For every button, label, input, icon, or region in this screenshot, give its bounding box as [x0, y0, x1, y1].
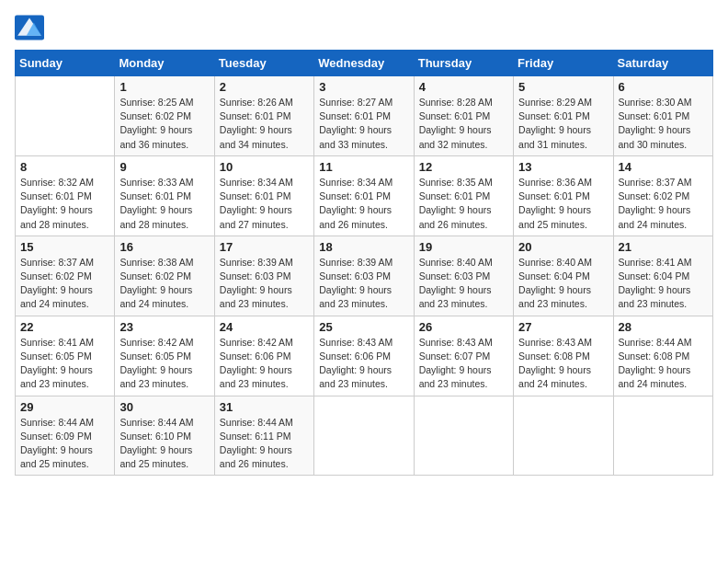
day-info: Sunrise: 8:40 AMSunset: 6:03 PMDaylight:…	[419, 256, 508, 312]
day-cell-18: 18Sunrise: 8:39 AMSunset: 6:03 PMDayligh…	[314, 236, 414, 316]
day-number: 3	[319, 80, 408, 94]
logo	[15, 15, 48, 40]
day-cell-11: 11Sunrise: 8:34 AMSunset: 6:01 PMDayligh…	[314, 155, 414, 236]
day-cell-19: 19Sunrise: 8:40 AMSunset: 6:03 PMDayligh…	[414, 236, 513, 316]
day-info: Sunrise: 8:37 AMSunset: 6:02 PMDaylight:…	[20, 256, 109, 312]
day-cell-31: 31Sunrise: 8:44 AMSunset: 6:11 PMDayligh…	[214, 396, 313, 476]
day-info: Sunrise: 8:42 AMSunset: 6:06 PMDaylight:…	[220, 336, 309, 392]
day-info: Sunrise: 8:26 AMSunset: 6:01 PMDaylight:…	[220, 96, 309, 152]
day-number: 27	[518, 320, 608, 334]
calendar-week-1: 8Sunrise: 8:32 AMSunset: 6:01 PMDaylight…	[16, 155, 713, 236]
day-info: Sunrise: 8:44 AMSunset: 6:08 PMDaylight:…	[619, 336, 708, 392]
day-number: 12	[419, 160, 508, 174]
day-info: Sunrise: 8:43 AMSunset: 6:07 PMDaylight:…	[419, 336, 508, 392]
day-number: 16	[119, 240, 209, 254]
day-info: Sunrise: 8:39 AMSunset: 6:03 PMDaylight:…	[220, 256, 309, 312]
header-cell-sunday: Sunday	[16, 51, 115, 76]
day-cell-21: 21Sunrise: 8:41 AMSunset: 6:04 PMDayligh…	[613, 236, 712, 316]
day-info: Sunrise: 8:28 AMSunset: 6:01 PMDaylight:…	[419, 96, 508, 152]
day-info: Sunrise: 8:30 AMSunset: 6:01 PMDaylight:…	[619, 96, 708, 152]
day-number: 1	[119, 80, 209, 94]
header-cell-saturday: Saturday	[613, 51, 712, 76]
day-number: 24	[220, 320, 309, 334]
day-info: Sunrise: 8:27 AMSunset: 6:01 PMDaylight:…	[319, 96, 408, 152]
day-info: Sunrise: 8:33 AMSunset: 6:01 PMDaylight:…	[119, 176, 209, 232]
day-info: Sunrise: 8:36 AMSunset: 6:01 PMDaylight:…	[518, 176, 608, 232]
calendar-week-0: 1Sunrise: 8:25 AMSunset: 6:02 PMDaylight…	[16, 76, 713, 156]
day-number: 14	[619, 160, 708, 174]
logo-icon	[15, 15, 44, 40]
day-info: Sunrise: 8:39 AMSunset: 6:03 PMDaylight:…	[319, 256, 408, 312]
day-cell-8: 8Sunrise: 8:32 AMSunset: 6:01 PMDaylight…	[16, 155, 115, 236]
day-cell-25: 25Sunrise: 8:43 AMSunset: 6:06 PMDayligh…	[314, 316, 414, 396]
day-cell-15: 15Sunrise: 8:37 AMSunset: 6:02 PMDayligh…	[16, 236, 115, 316]
day-info: Sunrise: 8:25 AMSunset: 6:02 PMDaylight:…	[119, 96, 209, 152]
day-info: Sunrise: 8:41 AMSunset: 6:05 PMDaylight:…	[20, 336, 109, 392]
day-cell-22: 22Sunrise: 8:41 AMSunset: 6:05 PMDayligh…	[16, 316, 115, 396]
day-info: Sunrise: 8:29 AMSunset: 6:01 PMDaylight:…	[518, 96, 608, 152]
day-number: 9	[119, 160, 209, 174]
day-number: 10	[220, 160, 309, 174]
day-info: Sunrise: 8:44 AMSunset: 6:10 PMDaylight:…	[119, 416, 209, 472]
day-info: Sunrise: 8:44 AMSunset: 6:09 PMDaylight:…	[20, 416, 109, 472]
calendar-header	[15, 15, 713, 40]
day-cell-3: 3Sunrise: 8:27 AMSunset: 6:01 PMDaylight…	[314, 76, 414, 156]
day-cell-16: 16Sunrise: 8:38 AMSunset: 6:02 PMDayligh…	[115, 236, 214, 316]
day-number: 29	[20, 400, 109, 414]
day-cell-10: 10Sunrise: 8:34 AMSunset: 6:01 PMDayligh…	[214, 155, 313, 236]
day-cell-6: 6Sunrise: 8:30 AMSunset: 6:01 PMDaylight…	[613, 76, 712, 156]
day-number: 6	[619, 80, 708, 94]
day-number: 31	[220, 400, 309, 414]
day-number: 5	[518, 80, 608, 94]
day-info: Sunrise: 8:34 AMSunset: 6:01 PMDaylight:…	[220, 176, 309, 232]
empty-cell	[613, 396, 712, 476]
day-number: 19	[419, 240, 508, 254]
day-number: 15	[20, 240, 109, 254]
day-cell-24: 24Sunrise: 8:42 AMSunset: 6:06 PMDayligh…	[214, 316, 313, 396]
header-cell-thursday: Thursday	[414, 51, 513, 76]
header-cell-friday: Friday	[514, 51, 613, 76]
day-number: 20	[518, 240, 608, 254]
day-cell-29: 29Sunrise: 8:44 AMSunset: 6:09 PMDayligh…	[16, 396, 115, 476]
day-info: Sunrise: 8:42 AMSunset: 6:05 PMDaylight:…	[119, 336, 209, 392]
header-cell-wednesday: Wednesday	[314, 51, 414, 76]
day-cell-1: 1Sunrise: 8:25 AMSunset: 6:02 PMDaylight…	[115, 76, 214, 156]
empty-cell	[414, 396, 513, 476]
day-info: Sunrise: 8:43 AMSunset: 6:08 PMDaylight:…	[518, 336, 608, 392]
day-info: Sunrise: 8:44 AMSunset: 6:11 PMDaylight:…	[220, 416, 309, 472]
day-cell-2: 2Sunrise: 8:26 AMSunset: 6:01 PMDaylight…	[214, 76, 313, 156]
day-cell-20: 20Sunrise: 8:40 AMSunset: 6:04 PMDayligh…	[514, 236, 613, 316]
calendar-week-3: 22Sunrise: 8:41 AMSunset: 6:05 PMDayligh…	[16, 316, 713, 396]
day-cell-5: 5Sunrise: 8:29 AMSunset: 6:01 PMDaylight…	[514, 76, 613, 156]
header-row: SundayMondayTuesdayWednesdayThursdayFrid…	[16, 51, 713, 76]
day-number: 4	[419, 80, 508, 94]
day-cell-4: 4Sunrise: 8:28 AMSunset: 6:01 PMDaylight…	[414, 76, 513, 156]
day-number: 17	[220, 240, 309, 254]
day-number: 25	[319, 320, 408, 334]
calendar-table: SundayMondayTuesdayWednesdayThursdayFrid…	[15, 50, 713, 476]
day-cell-26: 26Sunrise: 8:43 AMSunset: 6:07 PMDayligh…	[414, 316, 513, 396]
day-number: 23	[119, 320, 209, 334]
day-cell-14: 14Sunrise: 8:37 AMSunset: 6:02 PMDayligh…	[613, 155, 712, 236]
day-cell-23: 23Sunrise: 8:42 AMSunset: 6:05 PMDayligh…	[115, 316, 214, 396]
day-number: 2	[220, 80, 309, 94]
day-cell-30: 30Sunrise: 8:44 AMSunset: 6:10 PMDayligh…	[115, 396, 214, 476]
day-cell-28: 28Sunrise: 8:44 AMSunset: 6:08 PMDayligh…	[613, 316, 712, 396]
day-number: 13	[518, 160, 608, 174]
calendar-week-2: 15Sunrise: 8:37 AMSunset: 6:02 PMDayligh…	[16, 236, 713, 316]
day-info: Sunrise: 8:41 AMSunset: 6:04 PMDaylight:…	[619, 256, 708, 312]
day-number: 30	[119, 400, 209, 414]
day-info: Sunrise: 8:35 AMSunset: 6:01 PMDaylight:…	[419, 176, 508, 232]
day-cell-12: 12Sunrise: 8:35 AMSunset: 6:01 PMDayligh…	[414, 155, 513, 236]
day-number: 22	[20, 320, 109, 334]
day-cell-9: 9Sunrise: 8:33 AMSunset: 6:01 PMDaylight…	[115, 155, 214, 236]
day-info: Sunrise: 8:40 AMSunset: 6:04 PMDaylight:…	[518, 256, 608, 312]
empty-cell	[16, 76, 115, 156]
day-number: 18	[319, 240, 408, 254]
day-number: 28	[619, 320, 708, 334]
day-number: 21	[619, 240, 708, 254]
empty-cell	[314, 396, 414, 476]
day-info: Sunrise: 8:34 AMSunset: 6:01 PMDaylight:…	[319, 176, 408, 232]
day-cell-13: 13Sunrise: 8:36 AMSunset: 6:01 PMDayligh…	[514, 155, 613, 236]
day-info: Sunrise: 8:43 AMSunset: 6:06 PMDaylight:…	[319, 336, 408, 392]
